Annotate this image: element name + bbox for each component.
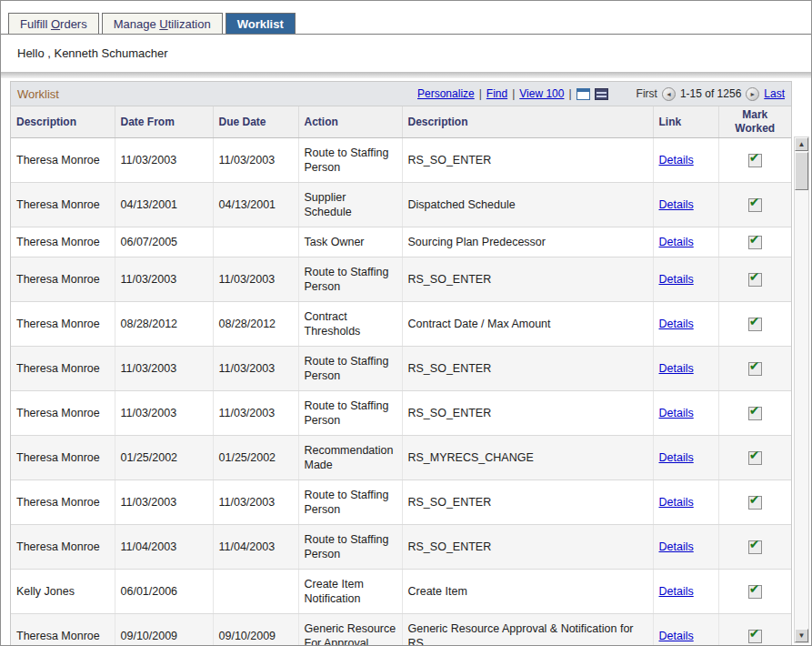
details-link[interactable]: Details	[659, 154, 694, 167]
mark-worked-checkbox[interactable]: ✔	[748, 318, 762, 331]
find-link[interactable]: Find	[486, 87, 507, 100]
cell-date-from: 11/03/2003	[115, 138, 213, 183]
cell-description: Theresa Monroe	[11, 227, 115, 257]
cell-due-date: 01/25/2002	[213, 436, 298, 480]
cell-date-from: 11/03/2003	[115, 257, 213, 302]
check-icon: ✔	[749, 581, 760, 596]
details-link[interactable]: Details	[659, 451, 694, 464]
mark-worked-checkbox[interactable]: ✔	[748, 585, 762, 599]
check-icon: ✔	[749, 626, 760, 641]
scroll-down-icon[interactable]: ▼	[795, 629, 808, 642]
worklist-grid: Worklist Personalize | Find | View 100 |…	[10, 81, 792, 645]
cell-description-2: RS_SO_ENTER	[402, 525, 653, 570]
cell-link: Details	[653, 257, 718, 302]
details-link[interactable]: Details	[659, 540, 694, 553]
cell-mark-worked: ✔	[718, 347, 791, 391]
cell-action: Contract Thresholds	[298, 302, 402, 347]
details-link[interactable]: Details	[659, 407, 694, 419]
cell-link: Details	[653, 227, 718, 257]
cell-description: Theresa Monroe	[11, 391, 115, 436]
cell-date-from: 04/13/2001	[115, 183, 213, 227]
mark-worked-checkbox[interactable]: ✔	[748, 236, 762, 249]
cell-action: Route to Staffing Person	[298, 391, 402, 436]
mark-worked-checkbox[interactable]: ✔	[748, 540, 762, 554]
details-link[interactable]: Details	[659, 318, 694, 330]
mark-worked-checkbox[interactable]: ✔	[748, 154, 762, 167]
cell-action: Supplier Schedule	[298, 183, 402, 227]
tab-worklist[interactable]: Worklist	[226, 13, 296, 34]
cell-due-date	[213, 227, 298, 257]
mark-worked-checkbox[interactable]: ✔	[748, 630, 762, 643]
cell-link: Details	[653, 347, 718, 391]
cell-description: Theresa Monroe	[11, 436, 115, 480]
table-row: Theresa Monroe 06/07/2005 Task Owner Sou…	[11, 227, 791, 257]
cell-link: Details	[653, 525, 718, 570]
cell-description-2: RS_SO_ENTER	[402, 347, 653, 391]
details-link[interactable]: Details	[659, 273, 694, 286]
table-row: Theresa Monroe 11/03/2003 11/03/2003 Rou…	[11, 138, 791, 183]
cell-action: Generic Resource For Approval	[298, 614, 402, 645]
cell-description-2: RS_SO_ENTER	[402, 391, 653, 436]
col-header-mark-worked: Mark Worked	[718, 106, 791, 138]
tab-strip: Fulfill Orders Manage Utilization Workli…	[1, 1, 811, 35]
tab-accesskey: O	[51, 17, 60, 31]
cell-description-2: RS_SO_ENTER	[402, 480, 653, 525]
mark-worked-checkbox[interactable]: ✔	[748, 362, 762, 376]
check-icon: ✔	[749, 492, 760, 507]
cell-description: Kelly Jones	[11, 570, 115, 614]
greeting-text: Hello , Kenneth Schumacher	[1, 35, 811, 72]
toolbar-separator: |	[568, 87, 571, 100]
download-icon[interactable]	[595, 88, 608, 100]
cell-date-from: 11/03/2003	[115, 347, 213, 391]
cell-action: Route to Staffing Person	[298, 525, 402, 570]
cell-action: Task Owner	[298, 227, 402, 257]
scrollbar-thumb[interactable]	[795, 152, 808, 190]
mark-worked-checkbox[interactable]: ✔	[748, 273, 762, 287]
cell-link: Details	[653, 480, 718, 525]
details-link[interactable]: Details	[659, 496, 694, 509]
view-100-link[interactable]: View 100	[519, 87, 564, 100]
mark-worked-checkbox[interactable]: ✔	[748, 198, 762, 212]
personalize-link[interactable]: Personalize	[417, 87, 475, 100]
worklist-table-body: Theresa Monroe 11/03/2003 11/03/2003 Rou…	[11, 138, 791, 646]
cell-description-2: RS_MYRECS_CHANGE	[402, 436, 653, 480]
cell-action: Route to Staffing Person	[298, 257, 402, 302]
last-page-link[interactable]: Last	[764, 87, 785, 100]
cell-description: Theresa Monroe	[11, 480, 115, 525]
zoom-grid-icon[interactable]	[576, 88, 590, 100]
table-row: Theresa Monroe 11/03/2003 11/03/2003 Rou…	[11, 391, 791, 436]
check-icon: ✔	[749, 358, 760, 373]
cell-due-date: 11/03/2003	[213, 391, 298, 436]
pagination: First ◄ 1-15 of 1256 ► Last	[637, 87, 785, 101]
details-link[interactable]: Details	[659, 362, 694, 375]
mark-worked-checkbox[interactable]: ✔	[748, 407, 762, 420]
mark-worked-checkbox[interactable]: ✔	[748, 496, 762, 510]
cell-date-from: 09/10/2009	[115, 614, 213, 645]
details-link[interactable]: Details	[659, 630, 694, 642]
details-link[interactable]: Details	[659, 585, 694, 598]
results-range: 1-15 of 1256	[680, 87, 741, 100]
page: Fulfill Orders Manage Utilization Workli…	[0, 0, 812, 646]
check-icon: ✔	[749, 195, 760, 209]
tab-manage-utilization[interactable]: Manage Utilization	[102, 13, 223, 34]
check-icon: ✔	[749, 150, 760, 165]
cell-due-date: 11/04/2003	[213, 525, 298, 570]
mark-worked-checkbox[interactable]: ✔	[748, 451, 762, 465]
toolbar-separator: |	[512, 87, 515, 100]
tab-label: rders	[60, 17, 87, 31]
cell-description: Theresa Monroe	[11, 302, 115, 347]
next-page-icon[interactable]: ►	[746, 87, 759, 101]
scroll-up-icon[interactable]: ▲	[795, 137, 808, 151]
cell-due-date: 08/28/2012	[213, 302, 298, 347]
cell-action: Route to Staffing Person	[298, 347, 402, 391]
cell-description: Theresa Monroe	[11, 614, 115, 645]
tab-fulfill-orders[interactable]: Fulfill Orders	[8, 13, 99, 34]
cell-date-from: 01/25/2002	[115, 436, 213, 480]
col-header-link: Link	[653, 106, 718, 138]
vertical-scrollbar[interactable]: ▲ ▼	[794, 136, 809, 643]
check-icon: ✔	[749, 269, 760, 284]
details-link[interactable]: Details	[659, 236, 694, 248]
grid-title: Worklist	[17, 87, 59, 101]
details-link[interactable]: Details	[659, 198, 694, 211]
cell-due-date: 11/03/2003	[213, 257, 298, 302]
